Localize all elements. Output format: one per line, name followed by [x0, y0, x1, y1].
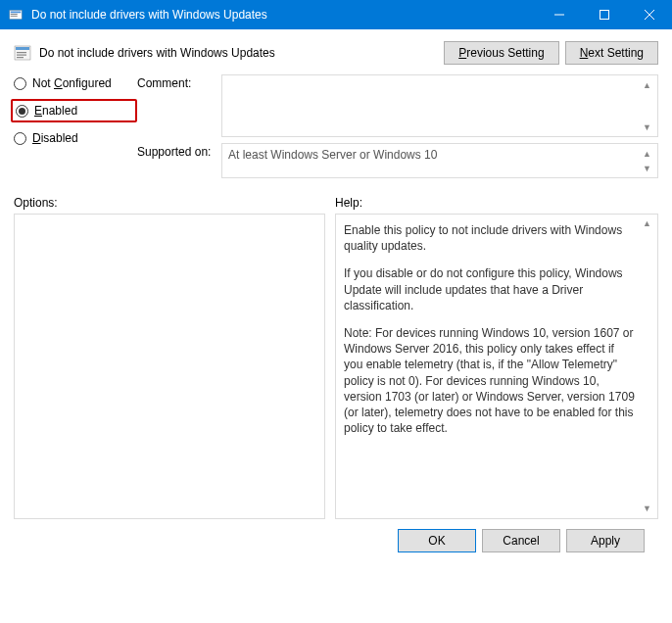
- supported-on-field: At least Windows Server or Windows 10 ▲ …: [221, 143, 658, 178]
- help-label: Help:: [335, 196, 362, 210]
- enabled-highlight: Enabled: [11, 99, 137, 122]
- svg-rect-5: [600, 11, 609, 20]
- close-icon: [645, 10, 654, 20]
- options-panel: [14, 214, 325, 519]
- help-text: If you disable or do not configure this …: [344, 265, 636, 313]
- minimize-button[interactable]: [537, 0, 582, 29]
- scroll-up-icon[interactable]: ▲: [639, 76, 655, 93]
- window-controls: [537, 0, 672, 29]
- comment-label: Comment:: [137, 74, 216, 90]
- close-button[interactable]: [627, 0, 672, 29]
- scroll-down-icon[interactable]: ▼: [639, 501, 655, 517]
- svg-rect-9: [16, 47, 29, 50]
- scroll-up-icon[interactable]: ▲: [639, 216, 655, 232]
- titlebar: Do not include drivers with Windows Upda…: [0, 0, 672, 29]
- scroll-down-icon[interactable]: ▼: [639, 119, 655, 135]
- next-setting-button[interactable]: Next Setting: [565, 41, 658, 65]
- policy-title: Do not include drivers with Windows Upda…: [39, 46, 275, 60]
- comment-input[interactable]: ▲ ▼: [221, 74, 658, 137]
- svg-rect-12: [17, 57, 24, 58]
- apply-button[interactable]: Apply: [566, 529, 645, 552]
- radio-icon: [14, 132, 26, 145]
- maximize-button[interactable]: [582, 0, 627, 29]
- help-text: Note: For devices running Windows 10, ve…: [344, 325, 636, 436]
- radio-enabled[interactable]: Enabled: [16, 104, 77, 118]
- radio-not-configured[interactable]: Not Configured: [14, 76, 131, 90]
- minimize-icon: [554, 10, 564, 20]
- svg-rect-11: [17, 55, 26, 56]
- svg-rect-1: [11, 12, 22, 14]
- scroll-down-icon[interactable]: ▼: [639, 160, 655, 176]
- previous-setting-button[interactable]: Previous Setting: [444, 41, 558, 65]
- options-label: Options:: [14, 196, 335, 210]
- radio-icon: [16, 105, 28, 118]
- policy-icon: [14, 44, 31, 62]
- svg-rect-10: [17, 52, 26, 53]
- maximize-icon: [600, 10, 609, 20]
- svg-rect-2: [11, 14, 18, 15]
- ok-button[interactable]: OK: [398, 529, 476, 552]
- radio-icon: [14, 77, 26, 90]
- radio-disabled[interactable]: Disabled: [14, 131, 131, 145]
- help-panel: Enable this policy to not include driver…: [335, 214, 658, 519]
- help-text: Enable this policy to not include driver…: [344, 222, 636, 254]
- gpedit-icon: [8, 7, 24, 23]
- supported-label: Supported on:: [137, 143, 216, 159]
- svg-rect-3: [11, 16, 18, 17]
- window-title: Do not include drivers with Windows Upda…: [31, 8, 537, 22]
- cancel-button[interactable]: Cancel: [482, 529, 560, 552]
